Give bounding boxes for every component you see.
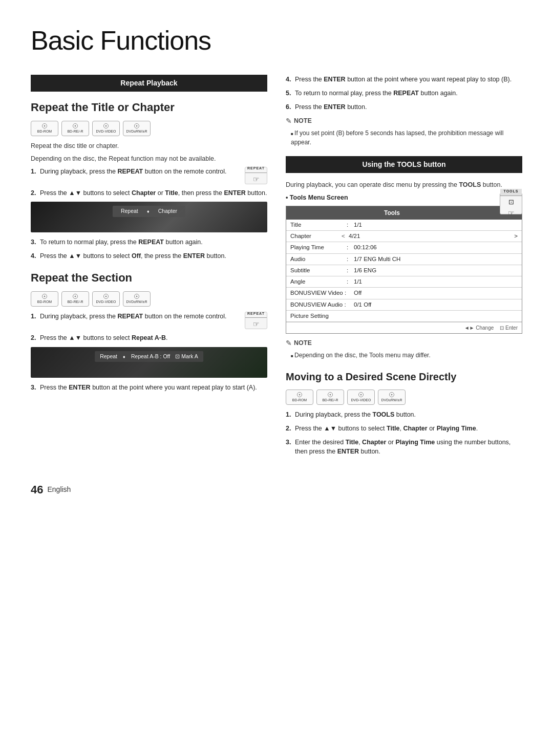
- step-num-r4: 4.: [286, 75, 295, 84]
- tools-label-playing-time: Playing Time: [290, 243, 347, 252]
- step-num-m1: 1.: [286, 410, 295, 420]
- step-4-title: 4. Press the ▲▼ buttons to select Off, t…: [31, 251, 267, 261]
- desc-text-1: Repeat the disc title or chapter.: [31, 141, 267, 151]
- tools-colon-audio: :: [347, 255, 354, 264]
- disc-icon-bdre-2: BD-RE/-R: [61, 291, 89, 307]
- tools-label-bonusview-video: BONUSVIEW Video :: [290, 289, 354, 297]
- tools-colon-playing-time: :: [347, 243, 354, 252]
- repeat-btn-label-2: REPEAT: [245, 311, 267, 318]
- screen-repeat-ab: Repeat ⬧ Repeat A-B : Off ⊡ Mark A: [31, 347, 267, 378]
- tools-value-audio: 1/7 ENG Multi CH: [354, 255, 400, 264]
- note-block-1: ✎ NOTE If you set point (B) before 5 sec…: [286, 116, 522, 147]
- disc-icon-bdre-3: BD-RE/-R: [316, 390, 344, 405]
- tools-arrow-right: >: [514, 232, 518, 241]
- tools-btn-label: TOOLS: [500, 189, 522, 196]
- ab-label: Repeat A-B : Off: [131, 353, 170, 361]
- disc-icon-bdre: BD-RE/-R: [61, 121, 89, 136]
- step-2-title: 2. Press the ▲▼ buttons to select Chapte…: [31, 188, 267, 198]
- note-list-2: Depending on the disc, the Tools menu ma…: [286, 351, 522, 360]
- disc-icon-dvdvideo-2: DVD-VIDEO: [92, 291, 120, 307]
- tools-menu-label: • Tools Menu Screen: [286, 193, 522, 203]
- tools-row-bonusview-video: BONUSVIEW Video : Off: [286, 288, 522, 299]
- hand-icon-2: ☞: [253, 319, 260, 330]
- step-5-right: 5. To return to normal play, press the R…: [286, 89, 522, 98]
- tools-value-bonusview-audio: 0/1 Off: [354, 300, 371, 309]
- step-num-s3: 3.: [31, 383, 40, 393]
- step-content-m3: Enter the desired Title, Chapter or Play…: [295, 438, 522, 457]
- step-content-s3: Press the ENTER button at the point wher…: [40, 383, 267, 393]
- step-1-moving: 1. During playback, press the TOOLS butt…: [286, 410, 522, 420]
- repeat-chapter-bar: Repeat ⬧ Chapter: [113, 206, 185, 217]
- section-title-1: Repeat the Title or Chapter: [31, 99, 267, 116]
- step-content-4: Press the ▲▼ buttons to select Off, the …: [40, 251, 267, 261]
- tools-desc: During playback, you can operate disc me…: [286, 180, 522, 190]
- disc-icons-row-2: BD-ROM BD-RE/-R DVD-VIDEO DVD±RW/±R: [31, 291, 267, 307]
- tools-row-chapter: Chapter < 4/21 >: [286, 231, 522, 242]
- tools-value-title: 1/1: [354, 221, 362, 229]
- disc-icons-row-3: BD-ROM BD-RE/-R DVD-VIDEO DVD±RW/±R: [286, 390, 522, 405]
- tools-label-subtitle: Subtitle: [290, 266, 347, 275]
- step-num-2: 2.: [31, 188, 40, 198]
- pencil-icon-1: ✎: [286, 116, 292, 126]
- tools-arrow-left: <: [342, 232, 349, 241]
- step-content-m2: Press the ▲▼ buttons to select Title, Ch…: [295, 424, 522, 434]
- step-num-m3: 3.: [286, 438, 295, 457]
- tools-label-picture: Picture Setting: [290, 312, 329, 320]
- page-language: English: [47, 484, 71, 495]
- tools-footer-enter: ⊡ Enter: [500, 324, 518, 332]
- hand-icon-3: ☞: [508, 208, 515, 219]
- repeat-button-img-2: REPEAT ☞: [245, 312, 267, 329]
- step-num-4: 4.: [31, 251, 40, 261]
- tools-table-footer: ◄► Change ⊡ Enter: [286, 322, 522, 333]
- step-content-3: To return to normal play, press the REPE…: [40, 237, 267, 247]
- repeat-btn-label-1: REPEAT: [245, 166, 267, 173]
- tools-value-subtitle: 1/6 ENG: [354, 266, 376, 275]
- step-content-r6: Press the ENTER button.: [295, 102, 522, 112]
- step-num-m2: 2.: [286, 424, 295, 434]
- disc-icon-dvdvideo: DVD-VIDEO: [92, 121, 120, 136]
- step-1-section: 1. REPEAT ☞ During playback, press the R…: [31, 312, 267, 329]
- step-2-section: 2. Press the ▲▼ buttons to select Repeat…: [31, 333, 267, 343]
- tools-value-playing-time: 00:12:06: [354, 243, 377, 252]
- step-num-r5: 5.: [286, 89, 295, 98]
- page-footer: 46 English: [31, 481, 522, 498]
- disc-icon-dvdrw-3: DVD±RW/±R: [378, 390, 406, 405]
- step-content-2: Press the ▲▼ buttons to select Chapter o…: [40, 188, 267, 198]
- disc-icon-bdrom: BD-ROM: [31, 121, 58, 136]
- tools-row-bonusview-audio: BONUSVIEW Audio : 0/1 Off: [286, 299, 522, 311]
- tools-colon-subtitle: :: [347, 266, 354, 275]
- step-content-r5: To return to normal play, press the REPE…: [295, 89, 522, 98]
- step-num-r6: 6.: [286, 102, 295, 112]
- note-item-2: Depending on the disc, the Tools menu ma…: [291, 351, 522, 360]
- note-label-2: NOTE: [294, 338, 312, 348]
- tools-label-bonusview-audio: BONUSVIEW Audio :: [290, 300, 354, 309]
- disc-icon-dvdrw-2: DVD±RW/±R: [123, 291, 151, 307]
- right-column: 4. Press the ENTER button at the point w…: [286, 75, 522, 461]
- step-content-s1: REPEAT ☞ During playback, press the REPE…: [40, 312, 267, 329]
- disc-icon-dvdrw: DVD±RW/±R: [123, 121, 151, 136]
- tools-value-bonusview-video: Off: [354, 289, 361, 297]
- tools-table-wrapper: Tools Title : 1/1 Chapter < 4/21 > Playi…: [286, 206, 522, 334]
- tools-row-audio: Audio : 1/7 ENG Multi CH: [286, 254, 522, 265]
- tools-value-angle: 1/1: [354, 277, 362, 286]
- hand-icon-1: ☞: [253, 174, 260, 185]
- chapter-label: Chapter: [158, 207, 177, 215]
- step-3-title: 3. To return to normal play, press the R…: [31, 237, 267, 247]
- tools-colon-title: :: [347, 221, 354, 229]
- step-num-1: 1.: [31, 167, 40, 184]
- step-4-right: 4. Press the ENTER button at the point w…: [286, 75, 522, 84]
- step-content-r4: Press the ENTER button at the point wher…: [295, 75, 522, 84]
- disc-icons-row-1: BD-ROM BD-RE/-R DVD-VIDEO DVD±RW/±R: [31, 121, 267, 136]
- tools-colon-angle: :: [347, 277, 354, 286]
- page-title: Basic Functions: [31, 20, 522, 60]
- tools-label-chapter: Chapter: [290, 232, 342, 241]
- tools-row-picture: Picture Setting: [286, 311, 522, 322]
- step-3-section: 3. Press the ENTER button at the point w…: [31, 383, 267, 393]
- moving-section-title: Moving to a Desired Scene Directly: [286, 369, 522, 384]
- step-num-s1: 1.: [31, 312, 40, 329]
- tools-row-title: Title : 1/1: [286, 220, 522, 231]
- monitor-icon: ⊡: [508, 197, 514, 207]
- step-2-moving: 2. Press the ▲▼ buttons to select Title,…: [286, 424, 522, 434]
- step-content-s2: Press the ▲▼ buttons to select Repeat A-…: [40, 333, 267, 343]
- step-content-m1: During playback, press the TOOLS button.: [295, 410, 522, 420]
